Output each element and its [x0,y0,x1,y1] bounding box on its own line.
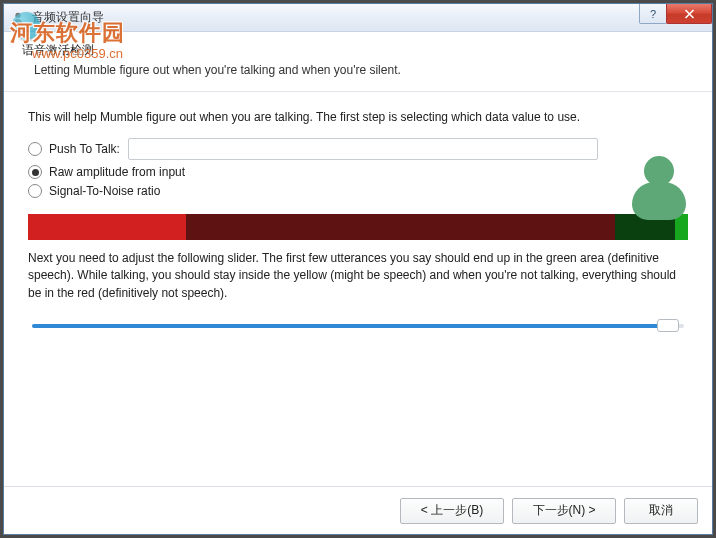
slider-help-text: Next you need to adjust the following sl… [28,250,688,302]
slider-thumb[interactable] [657,319,679,332]
window-title: 音频设置向导 [32,9,104,26]
vu-meter [28,214,688,240]
option-label: Signal-To-Noise ratio [49,184,160,198]
wizard-footer: < 上一步(B) 下一步(N) > 取消 [4,486,712,534]
vu-seg-red [186,214,615,240]
button-label: < 上一步(B) [421,502,483,519]
radio-snr[interactable] [28,184,42,198]
option-label: Raw amplitude from input [49,165,185,179]
page-subtitle: Letting Mumble figure out when you're ta… [34,63,694,77]
wizard-body: This will help Mumble figure out when yo… [4,92,712,486]
audio-wizard-window: 音频设置向导 ? 河东软件园 www.pc0359.cn 语音激活检测 Lett… [3,3,713,535]
option-label: Push To Talk: [49,142,120,156]
svg-point-0 [15,12,20,17]
option-raw-amplitude[interactable]: Raw amplitude from input [28,165,688,179]
radio-ptt[interactable] [28,142,42,156]
radio-raw[interactable] [28,165,42,179]
slider-fill [32,324,672,328]
help-button[interactable]: ? [639,4,667,24]
help-icon: ? [650,8,656,20]
next-button[interactable]: 下一步(N) > [512,498,616,524]
option-snr[interactable]: Signal-To-Noise ratio [28,184,688,198]
app-icon [10,10,26,26]
wizard-header: 语音激活检测 Letting Mumble figure out when yo… [4,32,712,91]
user-avatar-icon [630,156,688,222]
push-to-talk-input[interactable] [128,138,598,160]
threshold-slider[interactable] [28,316,688,340]
option-push-to-talk[interactable]: Push To Talk: [28,138,688,160]
back-button[interactable]: < 上一步(B) [400,498,504,524]
button-label: 下一步(N) > [533,502,596,519]
intro-text: This will help Mumble figure out when yo… [28,110,688,124]
titlebar[interactable]: 音频设置向导 ? [4,4,712,32]
close-icon [684,9,695,19]
page-title: 语音激活检测 [22,42,694,59]
cancel-button[interactable]: 取消 [624,498,698,524]
button-label: 取消 [649,502,673,519]
close-button[interactable] [666,4,712,24]
vu-seg-active-red [28,214,186,240]
